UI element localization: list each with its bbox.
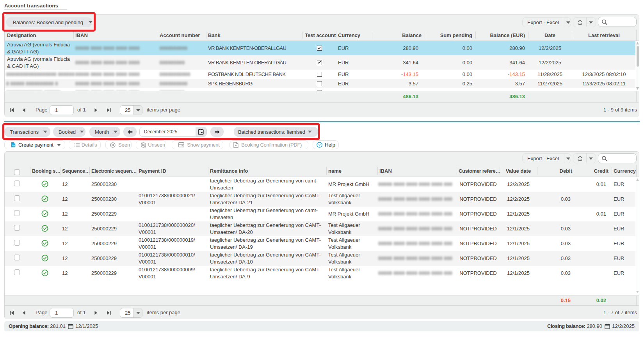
- svg-text:?: ?: [318, 143, 321, 147]
